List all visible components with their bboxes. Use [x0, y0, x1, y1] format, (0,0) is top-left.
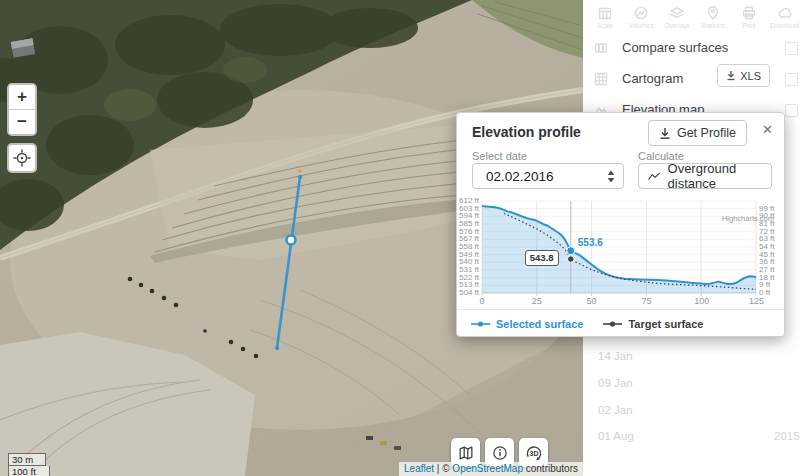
volumes-icon: [633, 5, 649, 21]
3d-icon: 3D: [524, 443, 544, 463]
xaxis-tick: 50: [585, 296, 599, 306]
highcharts-credit[interactable]: Highcharts.com: [722, 214, 774, 223]
overlays-icon: [669, 5, 685, 21]
osm-link[interactable]: OpenStreetMap: [452, 463, 523, 474]
toolbar-item-markers[interactable]: Markers: [695, 2, 731, 29]
target-point-marker: [567, 256, 574, 263]
chart-plot[interactable]: [482, 201, 756, 297]
sidebar-item-cartogram[interactable]: Cartogram XLS: [583, 67, 807, 91]
download-icon: [777, 5, 793, 21]
locate-icon: [12, 148, 32, 168]
info-icon: [491, 444, 509, 462]
selected-value-label: 553.6: [578, 237, 603, 248]
toolbar-item-print[interactable]: Print: [731, 2, 767, 29]
compare-surfaces-checkbox[interactable]: [785, 42, 798, 55]
grid-icon: [593, 71, 609, 87]
markers-icon: [705, 5, 721, 21]
toolbar-item-download[interactable]: Download: [767, 2, 803, 29]
legend-marker-icon: [471, 319, 491, 329]
select-stepper-icon: [607, 170, 615, 183]
get-profile-button[interactable]: Get Profile: [648, 120, 747, 146]
sidebar-item-compare-surfaces[interactable]: Compare surfaces: [583, 36, 807, 60]
toolbar-item-volumes[interactable]: Volumes: [623, 2, 659, 29]
download-icon: [659, 127, 671, 140]
scale-control: 30 m 100 ft: [8, 453, 50, 476]
legend-marker-icon: [603, 319, 623, 329]
svg-text:3D: 3D: [529, 448, 538, 457]
chart-tooltip: 543.8: [525, 250, 559, 266]
timeline-date[interactable]: 02 Jan: [598, 404, 633, 416]
cartogram-checkbox[interactable]: [785, 73, 798, 86]
zoom-in-button[interactable]: +: [9, 85, 35, 109]
date-select-value: 02.02.2016: [486, 169, 607, 184]
elevation-map-checkbox[interactable]: [785, 104, 798, 117]
leaflet-link[interactable]: Leaflet: [404, 463, 434, 474]
attribution: Leaflet | © OpenStreetMap contributors: [399, 462, 583, 476]
panel-title: Elevation profile: [472, 124, 581, 140]
elevation-profile-panel: Elevation profile Get Profile ✕ Select d…: [456, 112, 785, 337]
select-date-label: Select date: [472, 150, 527, 162]
download-arrow-icon: [726, 70, 736, 81]
legend-item-target-surface[interactable]: Target surface: [603, 318, 703, 330]
locate-button[interactable]: [7, 143, 37, 173]
xaxis-tick: 0: [475, 296, 489, 306]
legend-item-selected-surface[interactable]: Selected surface: [471, 318, 583, 330]
profile-line-icon: [648, 171, 661, 182]
xls-download-button[interactable]: XLS: [717, 64, 770, 87]
print-icon: [741, 5, 757, 21]
timeline-date[interactable]: 14 Jan: [598, 350, 633, 362]
overground-distance-button[interactable]: Overground distance: [638, 163, 772, 189]
selected-point-marker: [567, 247, 575, 255]
xaxis-tick: 25: [530, 296, 544, 306]
timeline-year: 2015: [774, 430, 800, 442]
zoom-out-button[interactable]: −: [9, 109, 35, 134]
date-select[interactable]: 02.02.2016: [472, 163, 624, 189]
scale-metric: 30 m: [8, 453, 46, 466]
close-icon[interactable]: ✕: [762, 122, 773, 137]
columns-icon: [593, 40, 609, 56]
sidebar-toolbar: Scale Volumes Overlays Markers Print Dow…: [587, 2, 803, 29]
toolbar-item-scale[interactable]: Scale: [587, 2, 623, 29]
xaxis-tick: 100: [694, 296, 708, 306]
scale-imperial: 100 ft: [8, 466, 50, 476]
timeline-date[interactable]: 09 Jan: [598, 377, 633, 389]
toolbar-item-overlays[interactable]: Overlays: [659, 2, 695, 29]
calendar-icon: [597, 5, 613, 21]
zoom-control: + −: [7, 83, 37, 136]
timeline-date[interactable]: 01 Aug: [598, 430, 634, 442]
map-icon: [457, 444, 475, 462]
hover-marker: [287, 236, 296, 245]
chart-legend: Selected surface Target surface: [457, 309, 784, 338]
xaxis-tick: 125: [749, 296, 763, 306]
xaxis-tick: 75: [639, 296, 653, 306]
